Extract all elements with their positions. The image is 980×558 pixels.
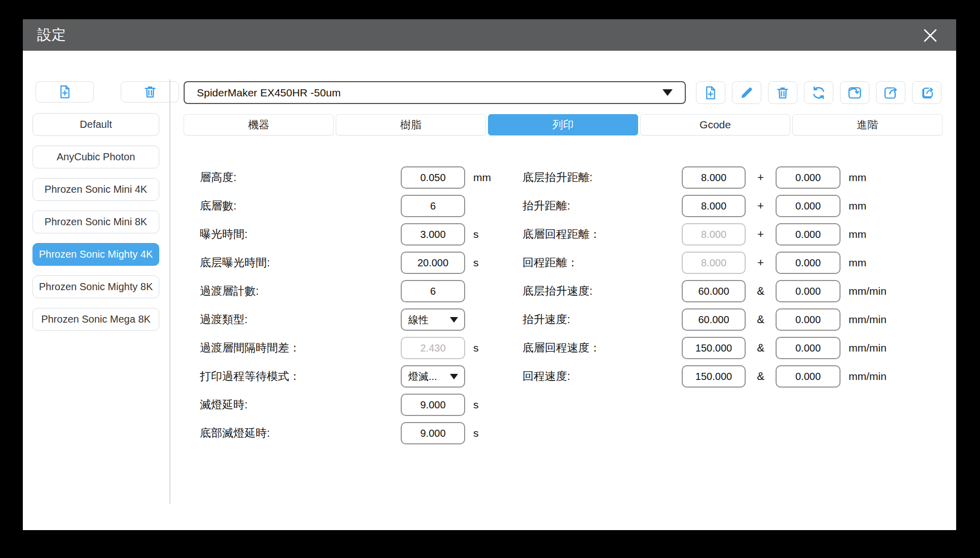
printer-profile-item[interactable]: Phrozen Sonic Mini 8K [32, 211, 159, 233]
setting-unit: mm [849, 171, 866, 184]
setting-input-secondary[interactable] [776, 252, 841, 274]
tab-機器[interactable]: 機器 [184, 114, 334, 135]
resin-profile-select[interactable]: SpiderMaker EX450HR -50um [184, 81, 686, 104]
setting-label: 回程速度: [522, 369, 682, 384]
dialog-titlebar: 設定 [23, 19, 956, 51]
setting-input[interactable] [401, 422, 465, 444]
export-button[interactable] [876, 81, 905, 104]
setting-input[interactable] [401, 195, 465, 217]
export-all-button[interactable] [912, 81, 941, 104]
settings-tabs: 機器樹脂列印Gcode進階 [184, 114, 942, 135]
profile-actions [36, 81, 179, 102]
delete-button[interactable] [768, 81, 797, 104]
setting-input[interactable] [401, 337, 465, 359]
setting-label: 過渡層計數: [200, 284, 401, 299]
setting-input-primary[interactable] [682, 223, 746, 246]
resin-profile-toolbar [696, 81, 941, 104]
setting-label: 過渡類型: [200, 312, 401, 327]
setting-unit: mm [849, 228, 866, 240]
import-button[interactable] [840, 81, 869, 104]
setting-label: 層高度: [200, 170, 401, 185]
setting-label: 抬升距離: [522, 198, 682, 214]
printer-profile-item[interactable]: Phrozen Sonic Mega 8K [32, 308, 159, 331]
printer-profile-item[interactable]: Phrozen Sonic Mighty 8K [32, 275, 159, 298]
setting-input-primary[interactable] [682, 337, 746, 359]
setting-unit: mm [473, 171, 491, 184]
setting-label: 回程距離： [522, 255, 682, 270]
setting-input-primary[interactable] [682, 195, 746, 217]
close-icon [923, 28, 938, 43]
trash-icon [775, 85, 790, 100]
setting-select-value: 線性 [408, 313, 450, 327]
setting-unit: mm/min [849, 313, 887, 326]
new-file-icon [703, 85, 719, 101]
sidebar-divider [169, 79, 170, 504]
printer-profile-item[interactable]: Phrozen Sonic Mini 4K [32, 178, 159, 201]
setting-input-primary[interactable] [682, 252, 746, 274]
printer-profile-item[interactable]: Phrozen Sonic Mighty 4K [32, 243, 159, 266]
setting-label: 曝光時間: [200, 227, 401, 242]
tab-列印[interactable]: 列印 [488, 114, 638, 135]
setting-row: 底层曝光時間:s [200, 249, 504, 277]
setting-input-secondary[interactable] [776, 337, 841, 359]
setting-separator: & [746, 370, 776, 383]
chevron-down-icon [662, 89, 673, 96]
setting-input-secondary[interactable] [776, 223, 841, 246]
add-profile-button[interactable] [36, 81, 94, 102]
printer-profile-item[interactable]: AnyCubic Photon [32, 146, 159, 168]
setting-input[interactable] [401, 223, 465, 246]
tab-Gcode[interactable]: Gcode [640, 114, 790, 135]
printer-profile-item[interactable]: Default [32, 113, 159, 136]
setting-unit: s [473, 257, 479, 269]
setting-unit: mm [849, 200, 866, 212]
setting-label: 抬升速度: [522, 312, 682, 327]
setting-label: 底层抬升距離: [522, 170, 682, 185]
setting-row: 打印過程等待模式： 燈滅... [200, 362, 504, 391]
export-all-icon [918, 84, 935, 101]
setting-unit: mm/min [849, 342, 887, 354]
setting-row: 底层抬升速度:&mm/min [522, 277, 908, 305]
setting-input[interactable] [401, 280, 465, 302]
setting-input-secondary[interactable] [776, 195, 841, 217]
setting-label: 底层曝光時間: [200, 255, 401, 270]
setting-unit: s [473, 399, 479, 411]
setting-separator: & [746, 313, 776, 326]
add-button[interactable] [696, 81, 725, 104]
refresh-button[interactable] [804, 81, 833, 104]
tab-樹脂[interactable]: 樹脂 [336, 114, 486, 135]
export-icon [883, 85, 899, 101]
setting-row: 回程距離：+mm [522, 249, 908, 277]
setting-input-secondary[interactable] [776, 308, 841, 331]
setting-row: 底層回程速度：&mm/min [522, 334, 908, 362]
close-button[interactable] [921, 26, 939, 45]
edit-button[interactable] [732, 81, 761, 104]
setting-input-primary[interactable] [682, 365, 746, 388]
setting-separator: & [746, 341, 776, 355]
setting-input[interactable] [401, 166, 465, 189]
tab-進階[interactable]: 進階 [792, 114, 942, 135]
setting-input-secondary[interactable] [776, 280, 841, 302]
setting-select[interactable]: 燈滅... [401, 365, 465, 388]
setting-input-primary[interactable] [682, 308, 746, 331]
setting-select-value: 燈滅... [408, 370, 450, 383]
setting-input-primary[interactable] [682, 280, 746, 302]
setting-label: 打印過程等待模式： [200, 369, 401, 384]
setting-input-primary[interactable] [682, 166, 746, 189]
import-icon [847, 85, 863, 101]
setting-input-secondary[interactable] [776, 166, 841, 189]
setting-input[interactable] [401, 252, 465, 274]
setting-select[interactable]: 線性 [401, 308, 465, 331]
setting-row: 回程速度:&mm/min [522, 362, 908, 391]
setting-row: 抬升速度:&mm/min [522, 305, 908, 334]
setting-row: 層高度:mm [200, 163, 504, 192]
setting-input[interactable] [401, 394, 465, 416]
setting-input-secondary[interactable] [776, 365, 841, 388]
setting-unit: mm/min [849, 285, 887, 297]
new-file-icon [57, 84, 73, 100]
setting-label: 底层抬升速度: [522, 284, 682, 299]
setting-row: 底層數: [200, 192, 504, 220]
settings-dialog: 設定 DefaultAnyCubic PhotonPhrozen Sonic M… [23, 19, 956, 530]
setting-row: 底部滅燈延時:s [200, 419, 504, 447]
setting-unit: s [473, 342, 479, 354]
setting-label: 底層回程速度： [522, 340, 682, 356]
